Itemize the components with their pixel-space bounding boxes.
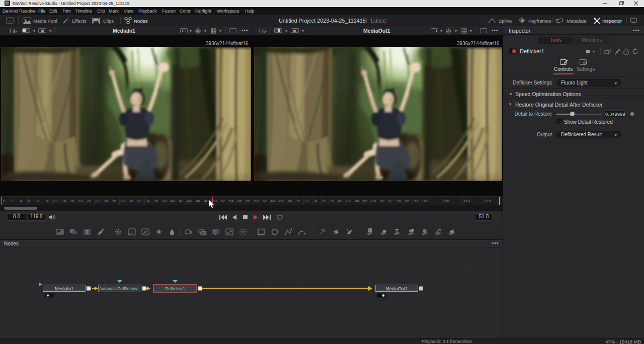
svg-text:T: T [86, 229, 89, 235]
